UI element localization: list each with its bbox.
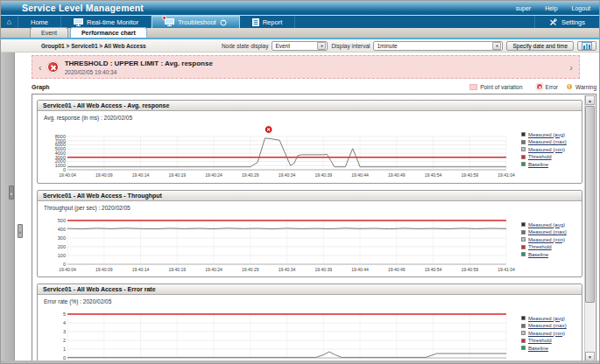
legend-label: Measured (min) xyxy=(528,331,565,336)
error-rate-chart: 01234519:40:0419:40:0919:40:1419:40:1919… xyxy=(41,306,519,363)
svg-text:19:40:34: 19:40:34 xyxy=(279,267,296,272)
nav-troubleshoot-label: Troubleshoot xyxy=(178,18,216,26)
legend-item[interactable]: Baseline xyxy=(521,252,578,257)
chart-subtitle: Error rate (%) : 2020/02/05 xyxy=(44,298,578,304)
collapse-handle-panel[interactable]: » xyxy=(18,224,23,238)
svg-text:19:40:14: 19:40:14 xyxy=(132,172,150,178)
legend-item[interactable]: Measured (min) xyxy=(521,237,578,242)
nav-spacer xyxy=(295,16,534,28)
panel-body: Avg. response (in ms) : 2020/02/05 01000… xyxy=(38,111,582,183)
chart-subtitle: Throughput (per sec) : 2020/02/05 xyxy=(44,205,578,211)
show-graph-button[interactable] xyxy=(577,41,596,51)
svg-text:19:40:44: 19:40:44 xyxy=(351,267,369,272)
node-state-label: Node state display xyxy=(222,43,268,49)
toolbar-controls: Node state display Event ▼ Display inter… xyxy=(222,41,596,51)
help-link[interactable]: Help xyxy=(545,5,557,11)
previous-event-button[interactable]: ‹ xyxy=(39,63,42,72)
svg-text:19:40:34: 19:40:34 xyxy=(279,172,296,178)
legend-swatch xyxy=(521,245,526,249)
legend-swatch xyxy=(521,140,526,144)
legend-swatch xyxy=(521,324,526,328)
legend-item[interactable]: Measured (min) xyxy=(521,331,578,336)
display-interval-label: Display interval xyxy=(331,43,370,49)
home-icon[interactable]: ⌂ xyxy=(1,16,18,28)
display-interval-select[interactable]: 1minute ▼ xyxy=(373,41,503,51)
variation-swatch xyxy=(469,84,477,90)
legend-label: Threshold xyxy=(528,244,552,249)
warning-icon: ! xyxy=(566,83,573,90)
refresh-icon[interactable] xyxy=(220,18,227,26)
throughput-chart: 010020030040050019:40:0419:40:0919:40:14… xyxy=(41,213,519,274)
user-name-link[interactable]: super xyxy=(516,5,532,11)
legend-swatch xyxy=(521,316,526,320)
chevron-down-icon: ▼ xyxy=(317,42,326,50)
specify-date-time-button[interactable]: Specify date and time xyxy=(506,41,574,51)
scrollbar-thumb[interactable] xyxy=(585,106,595,303)
collapse-handle-left[interactable]: » xyxy=(9,186,14,200)
next-event-button[interactable]: › xyxy=(569,63,573,72)
chart-panel-throughput: Service01 - All Web Access - Throughput … xyxy=(37,190,582,277)
legend-item[interactable]: Threshold xyxy=(521,154,578,159)
legend-swatch xyxy=(521,222,526,227)
svg-text:19:41:04: 19:41:04 xyxy=(498,267,515,272)
svg-text:8000: 8000 xyxy=(55,134,66,139)
tab-event[interactable]: Event xyxy=(30,27,68,38)
legend-item[interactable]: Measured (avg) xyxy=(521,316,578,321)
tab-performance-chart[interactable]: Performance chart xyxy=(70,27,147,38)
legend-item[interactable]: Measured (max) xyxy=(521,229,578,234)
legend-item[interactable]: Measured (min) xyxy=(521,147,578,152)
svg-text:1: 1 xyxy=(63,346,66,352)
nav-item-realtime-monitor[interactable]: Real-time Monitor xyxy=(61,16,152,28)
legend-swatch xyxy=(521,346,526,350)
chevron-down-icon: ▼ xyxy=(492,42,501,50)
legend-swatch xyxy=(521,147,526,151)
window-bottom-edge xyxy=(1,360,599,364)
svg-text:19:40:14: 19:40:14 xyxy=(132,267,150,272)
legend-swatch xyxy=(521,331,526,335)
svg-text:19:40:24: 19:40:24 xyxy=(205,172,222,178)
legend-label: Measured (min) xyxy=(528,237,565,242)
legend-swatch xyxy=(521,339,526,343)
svg-text:4: 4 xyxy=(63,320,66,326)
legend-item[interactable]: Measured (max) xyxy=(521,139,578,144)
legend-item[interactable]: Measured (max) xyxy=(521,323,578,328)
nav-item-troubleshoot[interactable]: Troubleshoot xyxy=(152,16,240,28)
svg-text:19:40:54: 19:40:54 xyxy=(425,172,442,178)
legend-item[interactable]: Threshold xyxy=(521,244,578,249)
panel-title: Service01 - All Web Access - Avg. respon… xyxy=(38,101,582,111)
legend-item[interactable]: Measured (avg) xyxy=(521,222,578,228)
nav-realtime-label: Real-time Monitor xyxy=(87,18,138,26)
legend-item[interactable]: Measured (avg) xyxy=(521,132,578,137)
nav-item-home[interactable]: Home xyxy=(18,16,61,28)
alert-banner: ‹ THRESHOLD : UPPER LIMIT : Avg. respons… xyxy=(32,55,580,79)
legend-item[interactable]: Baseline xyxy=(521,162,578,167)
chart-list: Service01 - All Web Access - Avg. respon… xyxy=(37,100,582,363)
graph-section-label: Graph xyxy=(32,84,50,90)
svg-text:19:40:59: 19:40:59 xyxy=(462,172,479,178)
legend-item[interactable]: Baseline xyxy=(521,346,578,351)
legend-swatch xyxy=(521,230,526,234)
monitor-icon xyxy=(74,18,83,26)
avg-response-chart: 01000200030004000500060007000800019:40:0… xyxy=(41,122,519,180)
svg-text:400: 400 xyxy=(58,227,66,232)
logout-link[interactable]: Logout xyxy=(572,5,590,11)
chart-panel-error-rate: Service01 - All Web Access - Error rate … xyxy=(37,284,582,363)
scroll-up-button[interactable]: ▲ xyxy=(585,95,595,105)
display-interval-value: 1minute xyxy=(377,43,397,49)
alert-text: THRESHOLD : UPPER LIMIT : Avg. response … xyxy=(65,60,570,75)
legend-item[interactable]: Threshold xyxy=(521,338,578,343)
nav-item-settings[interactable]: Settings xyxy=(534,16,599,28)
vertical-scrollbar[interactable]: ▲ ▼ xyxy=(584,95,595,361)
legend-label: Measured (avg) xyxy=(528,132,565,137)
node-state-select[interactable]: Event ▼ xyxy=(272,41,328,51)
svg-text:200: 200 xyxy=(58,244,66,249)
variation-key: Point of variation xyxy=(469,84,522,90)
user-menu: super Help Logout xyxy=(516,5,590,11)
chart-legend: Measured (avg)Measured (max)Measured (mi… xyxy=(521,213,578,259)
panel-title: Service01 - All Web Access - Error rate xyxy=(38,284,582,295)
warning-label: Warning xyxy=(575,84,596,90)
legend-label: Measured (max) xyxy=(528,323,567,328)
tab-bar: Event Performance chart xyxy=(1,28,599,39)
nav-item-report[interactable]: Report xyxy=(240,16,296,28)
svg-text:19:40:39: 19:40:39 xyxy=(315,267,333,272)
